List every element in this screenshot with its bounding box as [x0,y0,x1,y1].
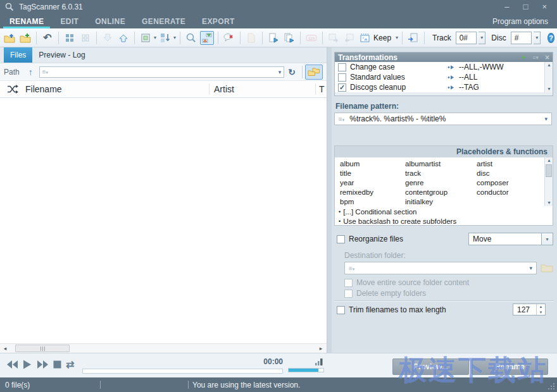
placeholders-scrollbar[interactable]: ▲ ▼ [544,157,553,206]
scroll-up-icon[interactable]: ▲ [545,62,553,68]
change-case-checkbox[interactable] [338,63,346,71]
destination-browse-folder-icon[interactable] [541,263,553,273]
view-grid-icon[interactable] [63,31,77,45]
select-mode-caret[interactable]: ▾ [154,35,156,40]
insert-into-file-icon[interactable] [406,31,420,45]
export-image-icon[interactable] [327,31,341,45]
view-small-grid-icon[interactable] [78,31,92,45]
reorganize-mode-dropdown[interactable]: ▾ [542,233,553,245]
destination-history-icon[interactable]: ≡▾ [349,265,354,272]
track-format-dropdown[interactable]: ▾ [479,32,485,44]
maximize-button[interactable]: □ [523,0,529,14]
path-dropdown-icon[interactable]: ▾ [278,69,282,75]
tab-files[interactable]: Files [4,47,32,63]
tab-preview-log[interactable]: Preview - Log [32,47,91,63]
delete-empty-folders-checkbox[interactable] [344,290,353,298]
column-artist[interactable]: Artist [214,84,234,94]
stop-icon[interactable] [53,360,61,369]
browse-folders-button[interactable] [305,64,323,80]
scrollbar-thumb[interactable] [546,164,552,177]
placeholder-item[interactable]: album [335,160,405,168]
scroll-down-icon[interactable]: ▼ [545,200,553,206]
placeholder-item[interactable]: track [405,169,477,177]
move-source-content-checkbox[interactable] [344,279,353,287]
panel-splitter[interactable] [327,47,332,353]
volume-slider[interactable] [288,368,324,372]
move-up-icon[interactable] [116,31,130,45]
standard-values-checkbox[interactable] [338,73,346,82]
path-input[interactable]: ≡▾ ▾ [39,66,285,78]
close-transformations-icon[interactable]: × [545,54,549,61]
path-history-icon[interactable]: ≡▾ [42,68,48,75]
play-files-icon[interactable] [282,31,296,45]
undo-icon[interactable]: ↶ [41,31,54,45]
spin-up-icon[interactable]: ▲ [537,304,545,310]
pattern-history-icon[interactable]: ≡▾ [339,116,344,123]
spin-down-icon[interactable]: ▼ [537,310,545,315]
max-length-spinner[interactable]: 127 ▲ ▼ [513,303,546,315]
menu-online[interactable]: ONLINE [87,14,134,28]
rename-mode-toggle-icon[interactable] [200,31,214,45]
transformation-row[interactable]: Standard values --ALL [335,72,553,82]
filename-pattern-input[interactable]: ≡▾ %track%. %artist% - %title% ▾ [334,113,552,125]
trim-filenames-checkbox[interactable] [337,306,345,314]
placeholder-item[interactable]: title [335,169,405,177]
rename-button[interactable]: Rename [472,358,548,375]
move-down-icon[interactable] [101,31,115,45]
discogs-cleanup-checkbox[interactable]: ✓ [338,83,346,92]
sort-caret[interactable]: ▾ [173,35,176,40]
program-options-link[interactable]: Program options [492,14,557,28]
delete-empty-folders-option[interactable]: Delete empty folders [344,289,426,298]
transformation-row[interactable]: Change case --ALL,-WWW [335,62,553,72]
keep-artwork-dropdown[interactable]: Keep ▾ [358,31,398,45]
close-button[interactable]: × [542,0,547,14]
play-icon[interactable] [23,360,32,369]
placeholder-item[interactable]: year [335,179,405,187]
placeholder-item[interactable]: conductor [477,188,534,196]
track-format-input[interactable]: 0# [456,32,477,44]
next-track-icon[interactable] [36,360,49,369]
select-mode-icon[interactable] [139,31,153,45]
add-folder-icon[interactable] [18,31,32,45]
placeholder-item[interactable]: genre [405,179,477,187]
menu-generate[interactable]: GENERATE [134,14,194,28]
add-transformation-icon[interactable]: + [522,53,527,61]
column-filename[interactable]: Filename [25,84,62,94]
transformations-scrollbar[interactable]: ▲ ▼ [544,62,553,92]
autonumber-icon[interactable]: 123 [304,31,318,45]
scroll-right-icon[interactable]: ▸ [316,344,325,353]
disc-format-dropdown[interactable]: ▾ [534,32,541,44]
disc-format-input[interactable]: # [511,32,532,44]
placeholder-item[interactable]: bpm [335,198,405,205]
destination-folder-input[interactable]: ≡▾ ▾ [344,262,537,274]
shuffle-column-icon[interactable] [7,85,18,94]
placeholder-item[interactable]: artist [477,160,534,168]
minimize-button[interactable]: – [504,0,509,14]
refresh-icon[interactable]: ↻ [288,67,296,77]
import-image-icon[interactable] [342,31,356,45]
play-file-icon[interactable] [266,31,280,45]
preview-button[interactable]: Preview... [392,358,469,375]
page-icon[interactable] [244,31,258,45]
repeat-icon[interactable]: ⇄ [66,358,74,371]
trim-filenames-option[interactable]: Trim filenames to max length [337,305,446,314]
placeholder-item[interactable]: albumartist [405,160,477,168]
scrollbar-thumb[interactable] [15,345,70,352]
scroll-down-icon[interactable]: ▼ [545,86,553,92]
transformation-row[interactable]: ✓ Discogs cleanup --TAG [335,82,553,92]
placeholder-item[interactable]: composer [477,179,534,187]
placeholder-item[interactable]: contentgroup [405,188,477,196]
scroll-up-icon[interactable]: ▲ [545,157,553,164]
reorganize-mode-select[interactable]: Move ▾ [468,233,553,245]
menu-export[interactable]: EXPORT [194,14,243,28]
placeholder-item[interactable]: disc [477,169,534,177]
file-list[interactable] [0,98,327,343]
help-button[interactable]: ? [548,33,554,43]
playback-progress-bar[interactable] [82,369,283,374]
reorganize-files-checkbox[interactable] [337,235,345,243]
transformations-menu-icon[interactable]: ≡▾ [532,54,539,61]
placeholder-item[interactable]: initialkey [405,198,477,205]
remove-tag-icon[interactable] [222,31,236,45]
menu-rename[interactable]: RENAME [1,14,52,28]
menu-edit[interactable]: EDIT [52,14,87,28]
